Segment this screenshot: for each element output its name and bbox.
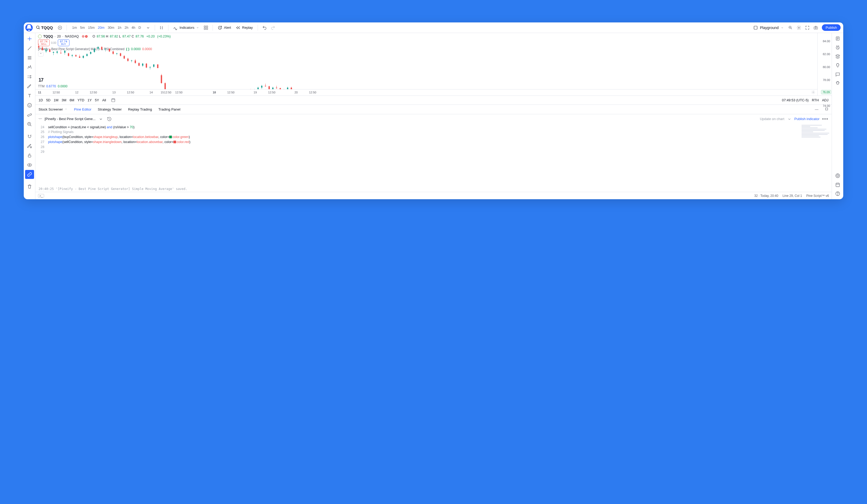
chart-type-icon[interactable] xyxy=(158,24,165,32)
timeframe-2h[interactable]: 2h xyxy=(123,24,130,31)
alert-button[interactable]: Alert xyxy=(215,24,233,31)
right-toolbar xyxy=(832,33,843,199)
alerts-panel-icon[interactable] xyxy=(833,43,842,52)
drawing-toolbar xyxy=(24,33,35,199)
quick-search-icon[interactable] xyxy=(786,24,794,32)
range-1M[interactable]: 1M xyxy=(54,98,58,102)
app-window: TQQQ 1m5m15m20m30m1h2h4hD Indicators Ale… xyxy=(24,22,843,199)
emoji-tool-icon[interactable] xyxy=(25,101,34,110)
update-chevron-icon[interactable] xyxy=(787,115,792,123)
update-on-chart-button[interactable]: Update on chart xyxy=(760,117,784,121)
zoom-tool-icon[interactable] xyxy=(25,120,34,129)
timeframe-4h[interactable]: 4h xyxy=(130,24,137,31)
gauge-icon[interactable] xyxy=(833,171,842,180)
layout-menu[interactable]: Playground xyxy=(751,24,786,31)
svg-rect-30 xyxy=(836,183,839,187)
timeframe-15m[interactable]: 15m xyxy=(86,24,96,31)
time-axis[interactable]: 1112:501212:501312:501412:501512:501812:… xyxy=(35,89,817,96)
streams-icon[interactable] xyxy=(833,79,842,88)
timeframe-more-icon[interactable] xyxy=(144,24,152,32)
minimize-panel-icon[interactable]: — xyxy=(815,107,819,111)
publish-button[interactable]: Publish xyxy=(822,24,841,31)
cursor-tool-icon[interactable] xyxy=(25,34,34,43)
code-editor[interactable]: 242526272829 sellCondition = (macdLine <… xyxy=(35,124,832,186)
maximize-panel-icon[interactable] xyxy=(825,107,828,112)
history-icon[interactable] xyxy=(106,115,113,123)
publish-indicator-button[interactable]: Publish indicator xyxy=(794,117,820,121)
svg-rect-7 xyxy=(754,26,757,29)
undo-icon[interactable] xyxy=(260,24,268,32)
range-YTD[interactable]: YTD xyxy=(77,98,84,102)
svg-rect-24 xyxy=(112,99,115,102)
fib-tool-icon[interactable] xyxy=(25,53,34,62)
link-tool-icon[interactable] xyxy=(25,170,34,179)
range-All[interactable]: All xyxy=(102,98,106,102)
svg-point-21 xyxy=(29,164,30,166)
session-button[interactable]: RTH xyxy=(812,98,819,102)
adj-button[interactable]: ADJ xyxy=(822,98,828,102)
panel-tab-stock-screener[interactable]: Stock Screener xyxy=(39,107,67,111)
text-tool-icon[interactable] xyxy=(25,91,34,100)
chat-icon[interactable] xyxy=(833,70,842,79)
timeframe-30m[interactable]: 30m xyxy=(106,24,116,31)
axis-settings-icon[interactable] xyxy=(811,90,815,95)
editor-more-icon[interactable]: ••• xyxy=(822,116,828,122)
trash-tool-icon[interactable] xyxy=(25,182,34,191)
language-label[interactable]: Pine Script™ v6 xyxy=(806,194,829,198)
pattern-tool-icon[interactable] xyxy=(25,63,34,72)
ruler-tool-icon[interactable] xyxy=(25,110,34,119)
script-menu-icon[interactable] xyxy=(98,115,104,123)
redo-icon[interactable] xyxy=(269,24,277,32)
range-1D[interactable]: 1D xyxy=(39,98,43,102)
templates-icon[interactable] xyxy=(202,24,210,32)
go-to-date-icon[interactable] xyxy=(109,96,117,104)
panel-tab-strategy-tester[interactable]: Strategy Tester xyxy=(98,107,122,111)
add-symbol-button[interactable] xyxy=(56,24,64,32)
range-6M[interactable]: 6M xyxy=(69,98,74,102)
fullscreen-icon[interactable] xyxy=(803,24,811,32)
svg-point-13 xyxy=(30,77,30,78)
svg-point-0 xyxy=(36,26,39,29)
watchlist-icon[interactable] xyxy=(833,34,842,43)
timeframe-1h[interactable]: 1h xyxy=(116,24,123,31)
logo-icon[interactable] xyxy=(25,24,33,31)
minimap[interactable] xyxy=(802,125,831,138)
snapshot-icon[interactable] xyxy=(812,24,820,32)
timeframe-1m[interactable]: 1m xyxy=(71,24,78,31)
replay-button[interactable]: Replay xyxy=(234,24,255,31)
script-name[interactable]: [Pineify - Best Pine Script Gene... xyxy=(45,117,96,121)
magnet-tool-icon[interactable] xyxy=(25,132,34,141)
symbol-search[interactable]: TQQQ xyxy=(36,25,53,30)
settings-icon[interactable] xyxy=(795,24,803,32)
calendar-icon[interactable] xyxy=(833,180,842,189)
indicators-button[interactable]: Indicators xyxy=(171,24,201,31)
terminal-icon[interactable]: >_ xyxy=(38,194,44,198)
lock-tool-icon[interactable] xyxy=(25,151,34,160)
cursor-position[interactable]: Line 29, Col 1 xyxy=(782,194,802,198)
panel-tab-trading-panel[interactable]: Trading Panel xyxy=(158,107,181,111)
range-5Y[interactable]: 5Y xyxy=(95,98,99,102)
ideas-icon[interactable] xyxy=(833,61,842,70)
hotlists-icon[interactable] xyxy=(833,52,842,61)
brush-tool-icon[interactable] xyxy=(25,82,34,91)
panel-tab-replay-trading[interactable]: Replay Trading xyxy=(128,107,152,111)
timeframe-5m[interactable]: 5m xyxy=(78,24,86,31)
panel-tab-pine-editor[interactable]: Pine Editor xyxy=(74,107,92,111)
lock-draw-tool-icon[interactable] xyxy=(25,141,34,150)
chart-area[interactable]: TQQQ ·20 ·NASDAQ ≈ O87.56 H87.82 L87.47 xyxy=(35,33,832,96)
code-area[interactable]: sellCondition = (macdLine < signalLine) … xyxy=(47,124,832,186)
price-axis[interactable]: 84.0082.0080.0078.0076.0074.0076.09 xyxy=(817,33,832,96)
eye-tool-icon[interactable] xyxy=(25,161,34,169)
prediction-tool-icon[interactable] xyxy=(25,72,34,81)
range-3M[interactable]: 3M xyxy=(62,98,66,102)
range-1Y[interactable]: 1Y xyxy=(87,98,92,102)
timeframe-20m[interactable]: 20m xyxy=(96,24,106,31)
svg-point-9 xyxy=(798,27,800,28)
help-icon[interactable] xyxy=(833,189,842,198)
trendline-tool-icon[interactable] xyxy=(25,44,34,53)
timeframe-D[interactable]: D xyxy=(137,24,142,31)
clock[interactable]: 07:49:53 (UTC-5) xyxy=(782,98,809,102)
indicators-label: Indicators xyxy=(180,25,194,30)
candlestick-chart[interactable] xyxy=(35,33,817,96)
range-5D[interactable]: 5D xyxy=(46,98,51,102)
